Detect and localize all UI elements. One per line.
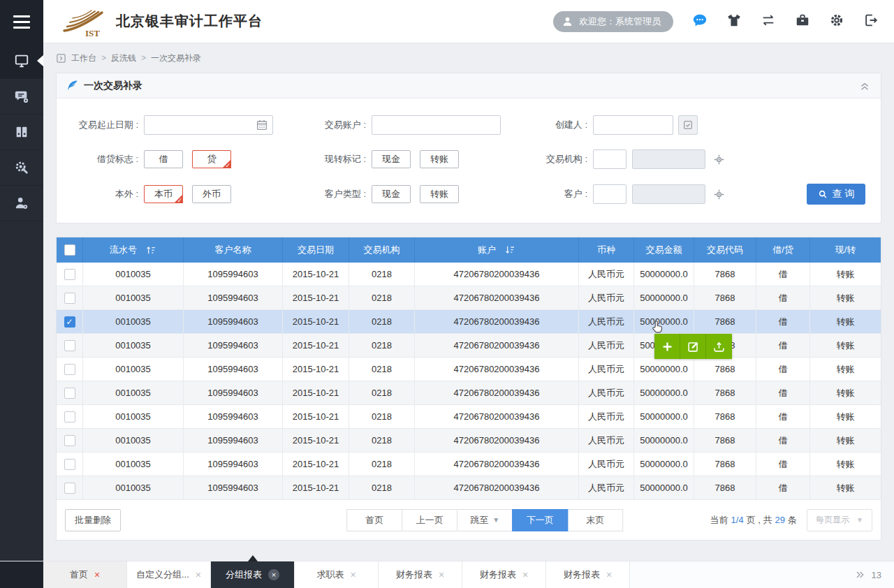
sidebar-item-messages[interactable] — [0, 79, 43, 115]
close-tab-icon[interactable]: × — [606, 570, 612, 580]
messages-button[interactable] — [692, 13, 708, 28]
table-row[interactable]: 001003510959946032015-10-210218472067802… — [57, 453, 881, 476]
settings-button[interactable] — [829, 13, 844, 28]
trade-org-name-input[interactable] — [632, 149, 705, 169]
close-tab-icon[interactable]: × — [522, 570, 528, 580]
menu-toggle-button[interactable] — [0, 0, 43, 43]
prev-page-button[interactable]: 上一页 — [402, 509, 457, 531]
message-icon — [692, 13, 708, 28]
data-switch-button[interactable] — [761, 13, 776, 28]
jump-to-button[interactable]: 跳至▼ — [457, 509, 513, 531]
collapse-panel-icon[interactable] — [858, 80, 871, 92]
upload-record-button[interactable] — [706, 334, 732, 359]
loan-flag-option[interactable]: 贷✓ — [192, 150, 231, 168]
row-checkbox[interactable] — [64, 483, 75, 494]
column-header-account[interactable]: 账户 — [415, 237, 579, 263]
sidebar-item-system-tools[interactable] — [0, 150, 43, 186]
breadcrumb-separator: > — [141, 53, 146, 63]
close-tab-icon[interactable]: × — [94, 570, 100, 580]
table-row[interactable]: 001003510959946032015-10-210218472067802… — [57, 476, 881, 500]
table-row[interactable]: 001003510959946032015-10-210218472067802… — [57, 286, 881, 310]
breadcrumb-item[interactable]: 反洗钱 — [111, 53, 136, 63]
next-page-button[interactable]: 下一页 — [512, 509, 568, 531]
check-square-icon — [682, 119, 694, 131]
close-tab-icon[interactable]: × — [268, 569, 279, 580]
select-all-checkbox[interactable] — [64, 244, 75, 256]
plus-icon — [661, 340, 674, 353]
close-tab-icon[interactable]: × — [350, 570, 356, 580]
cell-currency: 人民币元 — [579, 405, 634, 429]
close-tab-icon[interactable]: × — [196, 570, 201, 580]
logout-button[interactable] — [863, 13, 879, 28]
currency-type-option[interactable]: 本币✓ — [144, 185, 183, 203]
table-row[interactable]: 001003510959946032015-10-210218472067802… — [57, 429, 881, 453]
row-checkbox[interactable] — [64, 340, 75, 351]
trade-org-code-input[interactable] — [593, 149, 626, 169]
table-row[interactable]: ✓001003510959946032015-10-21021847206780… — [57, 310, 881, 334]
table-row[interactable]: 001003510959946032015-10-210218472067802… — [57, 381, 881, 405]
tab-财务报表[interactable]: 财务报表× — [462, 561, 546, 588]
customer-name-input[interactable] — [632, 184, 705, 204]
tab-财务报表[interactable]: 财务报表× — [379, 561, 462, 588]
customer-type-option[interactable]: 现金 — [372, 185, 411, 203]
row-checkbox[interactable]: ✓ — [64, 316, 75, 328]
row-checkbox[interactable] — [64, 435, 75, 446]
sidebar-item-archives[interactable] — [0, 115, 43, 150]
double-chevron-right-icon[interactable] — [854, 569, 865, 580]
app-window: IST 北京银丰审计工作平台 欢迎您：系统管理员 工作台>反洗钱>一次交易补录 … — [0, 0, 894, 588]
row-checkbox[interactable] — [64, 269, 75, 280]
page-size-select[interactable]: 每页显示 ▼ — [807, 509, 872, 531]
workspace-button[interactable] — [795, 13, 810, 28]
date-range-input[interactable] — [144, 115, 273, 135]
last-page-button[interactable]: 末页 — [567, 509, 623, 531]
table-row[interactable]: 001003510959946032015-10-210218472067802… — [57, 263, 881, 286]
sidebar-item-workbench[interactable] — [0, 43, 43, 79]
creator-input[interactable] — [593, 115, 673, 135]
row-checkbox[interactable] — [64, 411, 75, 422]
customer-locate-icon[interactable] — [713, 189, 725, 200]
cell-select — [57, 453, 83, 476]
currency-type-option[interactable]: 外币 — [192, 185, 231, 203]
cash-mark-option[interactable]: 转账 — [420, 150, 459, 168]
row-checkbox[interactable] — [64, 459, 75, 470]
table-row[interactable]: 001003510959946032015-10-210218472067802… — [57, 334, 881, 358]
add-record-button[interactable] — [654, 334, 680, 359]
batch-delete-button[interactable]: 批量删除 — [65, 509, 121, 531]
first-page-button[interactable]: 首页 — [346, 509, 402, 531]
close-tab-icon[interactable]: × — [439, 570, 444, 580]
row-actions-toolbar — [654, 334, 732, 359]
calendar-icon[interactable] — [256, 119, 268, 131]
cash-mark-option[interactable]: 现金 — [372, 150, 411, 168]
cell-loan_flag: 借 — [756, 453, 810, 476]
tab-自定义分组...[interactable]: 自定义分组...× — [127, 561, 211, 588]
table-row[interactable]: 001003510959946032015-10-210218472067802… — [57, 405, 881, 429]
cell-trade_code: 7868 — [694, 310, 756, 334]
cell-serial_no: 0010035 — [83, 381, 184, 405]
sidebar-item-user-admin[interactable] — [0, 186, 43, 221]
breadcrumb-icon — [56, 53, 66, 64]
customer-code-input[interactable] — [593, 184, 626, 204]
tab-财务报表[interactable]: 财务报表× — [546, 561, 630, 588]
breadcrumb-item[interactable]: 工作台 — [71, 53, 96, 63]
tab-求职表[interactable]: 求职表× — [295, 561, 379, 588]
tab-首页[interactable]: 首页× — [43, 561, 127, 588]
breadcrumb-item[interactable]: 一次交易补录 — [151, 53, 201, 63]
customer-type-option[interactable]: 转账 — [420, 185, 459, 203]
row-checkbox[interactable] — [64, 293, 75, 304]
table-row[interactable]: 001003510959946032015-10-210218472067802… — [57, 358, 881, 381]
trade-account-input[interactable] — [372, 115, 501, 135]
cell-select: ✓ — [57, 310, 83, 334]
creator-picker-button[interactable] — [678, 115, 698, 135]
tab-分组报表[interactable]: 分组报表× — [211, 561, 295, 588]
welcome-badge[interactable]: 欢迎您：系统管理员 — [553, 11, 673, 32]
cell-customer_name: 1095994603 — [184, 286, 283, 310]
trade-org-locate-icon[interactable] — [713, 154, 725, 166]
edit-record-button[interactable] — [680, 334, 706, 359]
column-header-serial_no[interactable]: 流水号 — [83, 237, 184, 263]
theme-button[interactable] — [726, 13, 742, 28]
row-checkbox[interactable] — [64, 388, 75, 399]
cell-trade_code: 7868 — [694, 263, 756, 286]
loan-flag-option[interactable]: 借 — [144, 150, 183, 168]
query-button[interactable]: 查 询 — [807, 184, 865, 205]
row-checkbox[interactable] — [64, 364, 75, 375]
